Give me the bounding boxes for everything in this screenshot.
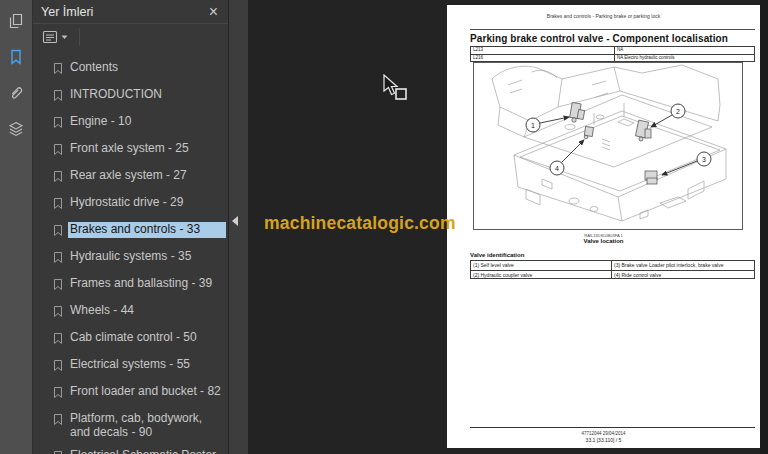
figure-caption: Valve location (447, 238, 760, 244)
bookmark-icon (53, 168, 64, 187)
table-row: L213 NA (471, 47, 754, 54)
bookmark-icon (53, 303, 64, 322)
bookmark-icon (53, 141, 64, 160)
bookmark-item-elec-poster-1[interactable]: Electrical Schematic Poster - 47547372 (33, 448, 228, 454)
select-object-cursor (383, 74, 411, 108)
bookmark-item-introduction[interactable]: INTRODUCTION (33, 87, 228, 106)
bookmark-icon (53, 114, 64, 133)
model-code: L216 (471, 55, 614, 61)
bookmarks-panel-button[interactable] (0, 42, 32, 72)
bookmark-item-hydraulic-systems[interactable]: Hydraulic systems - 35 (33, 249, 228, 268)
bookmark-icon (53, 411, 64, 430)
callout-2: 2 (676, 108, 680, 115)
model-desc: NA (614, 47, 754, 54)
page-title: Parking brake control valve - Component … (470, 33, 728, 44)
bookmark-item-frames[interactable]: Frames and ballasting - 39 (33, 276, 228, 295)
valve-location-diagram: 1 2 3 4 (473, 62, 743, 230)
bookmark-item-electrical-systems[interactable]: Electrical systems - 55 (33, 357, 228, 376)
bookmark-icon (53, 330, 64, 349)
bookmark-item-front-axle[interactable]: Front axle system - 25 (33, 141, 228, 160)
footer-rule (470, 427, 755, 428)
running-header: Brakes and controls - Parking brake or p… (447, 13, 760, 19)
bookmark-icon (53, 87, 64, 106)
callout-1: 1 (531, 122, 535, 129)
table-row: L216 NA Electro hydraulic controls (471, 54, 754, 61)
table-row: (1) Self level valve (3) Brake valve Loa… (471, 261, 754, 270)
layers-icon (8, 121, 24, 137)
bookmark-icon (53, 195, 64, 214)
close-icon[interactable]: × (207, 5, 220, 19)
bookmarks-panel: Yer İmleri × Contents INTRODUCTION Engin… (32, 0, 228, 454)
attachments-button[interactable] (0, 78, 32, 108)
table-row: (2) Hydraulic coupler valve (4) Ride con… (471, 270, 754, 279)
bookmarks-toolbar (33, 24, 228, 50)
callout-3: 3 (702, 156, 706, 163)
valve-cell: (3) Brake valve Loader pilot interlock, … (611, 261, 754, 270)
valve-cell: (1) Self level valve (471, 261, 611, 270)
toolbar-divider (79, 28, 80, 46)
options-list-icon (42, 30, 58, 44)
valve-identification-table: (1) Self level valve (3) Brake valve Loa… (470, 260, 755, 279)
bookmark-icon (53, 384, 64, 403)
valve-cell: (4) Ride control valve (611, 271, 754, 279)
pdf-page: Brakes and controls - Parking brake or p… (447, 5, 760, 448)
model-table: L213 NA L216 NA Electro hydraulic contro… (470, 46, 755, 62)
bookmark-icon (53, 60, 64, 79)
bookmark-item-platform[interactable]: Platform, cab, bodywork, and decals - 90 (33, 411, 228, 440)
valve-identification-heading: Valve identification (470, 252, 524, 258)
scrollbar-track[interactable] (760, 0, 768, 454)
diagram-callouts: 1 2 3 4 (526, 104, 711, 175)
bookmarks-panel-title: Yer İmleri (41, 5, 207, 19)
bookmark-item-rear-axle[interactable]: Rear axle system - 27 (33, 168, 228, 187)
bookmark-item-front-loader[interactable]: Front loader and bucket - 82 (33, 384, 228, 403)
callout-4: 4 (555, 165, 559, 172)
bookmark-options-button[interactable] (39, 28, 71, 46)
bookmark-icon (53, 222, 64, 241)
bookmarks-panel-header: Yer İmleri × (33, 0, 228, 24)
bookmark-item-hydrostatic[interactable]: Hydrostatic drive - 29 (33, 195, 228, 214)
model-desc: NA Electro hydraulic controls (614, 55, 754, 61)
bookmark-item-engine[interactable]: Engine - 10 (33, 114, 228, 133)
bookmark-list: Contents INTRODUCTION Engine - 10 Front … (33, 50, 228, 454)
bookmark-icon (53, 448, 64, 454)
left-tool-rail (0, 0, 32, 454)
bookmark-item-brakes-selected[interactable]: Brakes and controls - 33 (33, 222, 228, 241)
chevron-down-icon (61, 35, 68, 40)
collapse-panel-icon[interactable] (232, 216, 238, 226)
bookmark-item-cab-climate[interactable]: Cab climate control - 50 (33, 330, 228, 349)
bookmark-icon (8, 49, 24, 65)
bookmark-item-contents[interactable]: Contents (33, 60, 228, 79)
paperclip-icon (8, 85, 24, 101)
watermark-text: machinecatalogic.com (264, 213, 456, 234)
layers-button[interactable] (0, 114, 32, 144)
bookmark-item-wheels[interactable]: Wheels - 44 (33, 303, 228, 322)
bookmark-icon (53, 249, 64, 268)
bookmark-icon (53, 276, 64, 295)
footer-page-number: 33.1 [33.110] / 5 (447, 437, 760, 443)
valve-cell: (2) Hydraulic coupler valve (471, 271, 611, 279)
model-code: L213 (471, 47, 614, 54)
bookmark-icon (53, 357, 64, 376)
page-thumbnails-button[interactable] (0, 6, 32, 36)
footer-reference: 47712044 29/04/2014 (447, 431, 760, 436)
page-thumbnails-icon (8, 13, 24, 29)
panel-splitter[interactable] (229, 0, 248, 454)
header-rule (470, 29, 755, 30)
pdf-viewer-window: Yer İmleri × Contents INTRODUCTION Engin… (0, 0, 768, 454)
